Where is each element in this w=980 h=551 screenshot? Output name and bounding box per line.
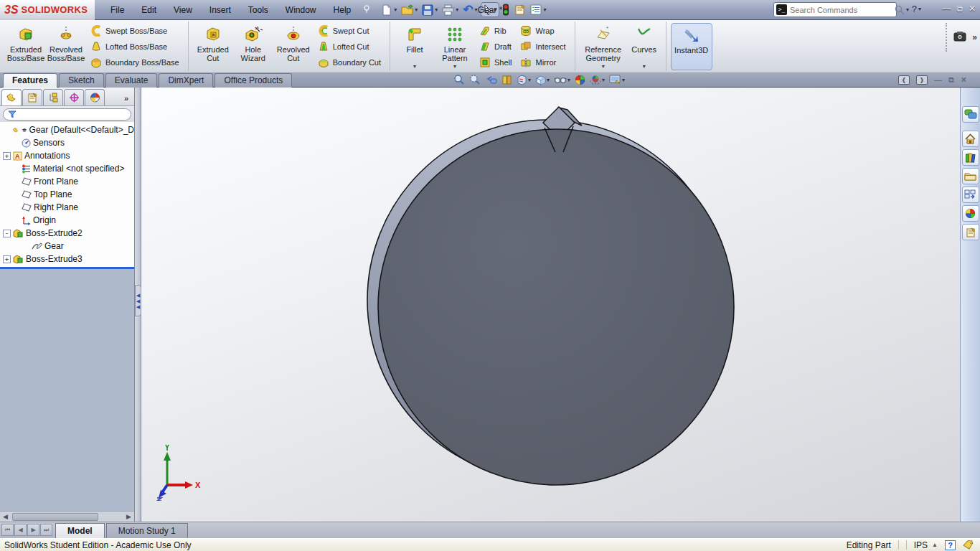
display-style-button[interactable]: ▾ (554, 75, 570, 85)
revolved-boss-base-button[interactable]: Revolved Boss/Base (46, 23, 86, 70)
motion-study-tab[interactable]: Motion Study 1 (106, 523, 188, 538)
tree-item-right-plane[interactable]: Right Plane (10, 201, 134, 214)
tab-evaluate[interactable]: Evaluate (105, 73, 158, 88)
shell-button[interactable]: Shell (476, 55, 514, 70)
curves-dropdown[interactable]: ▾ (643, 63, 646, 70)
close-button[interactable]: ✕ (969, 4, 976, 14)
undo-button[interactable]: ↶ ▾ (461, 3, 479, 17)
next-tab-button[interactable]: ▶ (27, 524, 39, 536)
intersect-button[interactable]: Intersect (517, 39, 568, 54)
view-settings-dropdown[interactable]: ▾ (622, 77, 625, 83)
quick-tips-button[interactable]: ? (945, 540, 956, 550)
scrollbar-thumb[interactable] (12, 513, 98, 521)
fillet-dropdown[interactable]: ▾ (413, 63, 416, 70)
fillet-button[interactable]: Fillet ▾ (395, 23, 435, 70)
open-document-button[interactable]: ▾ (400, 3, 419, 17)
model-tab[interactable]: Model (55, 523, 105, 538)
doc-minimize-button[interactable]: — (934, 75, 942, 85)
boss-extrude2-expander[interactable]: - (3, 230, 11, 237)
menu-edit[interactable]: Edit (133, 2, 165, 18)
tree-item-sketch-gear[interactable]: Gear (20, 240, 134, 253)
lofted-cut-button[interactable]: Lofted Cut (315, 39, 384, 54)
tree-item-annotations[interactable]: + A Annotations (1, 149, 134, 162)
search-button[interactable]: ▾ (895, 5, 909, 15)
tree-item-sensors[interactable]: Sensors (10, 136, 134, 149)
menu-insert[interactable]: Insert (201, 2, 240, 18)
tab-features[interactable]: Features (3, 73, 57, 88)
annotations-expander[interactable]: + (3, 152, 11, 160)
hole-wizard-button[interactable]: + Hole Wizard (233, 23, 273, 70)
panel-collapse-handle[interactable]: ◀◀◀ (135, 285, 141, 316)
boundary-cut-button[interactable]: Boundary Cut (315, 55, 384, 70)
new-document-button[interactable]: ▾ (380, 3, 398, 17)
display-style-dropdown[interactable]: ▾ (567, 77, 570, 83)
linear-pattern-button[interactable]: Linear Pattern ▾ (435, 23, 475, 70)
solidworks-resources-button[interactable] (962, 131, 979, 147)
prev-tab-button[interactable]: ◀ (14, 524, 27, 536)
tag-icon[interactable] (963, 540, 974, 550)
unit-system-selector[interactable]: IPS ▲ (914, 540, 938, 550)
search-input[interactable] (787, 6, 895, 14)
zoom-to-area-button[interactable] (469, 74, 481, 85)
last-tab-button[interactable]: ⏭ (40, 524, 52, 536)
edit-appearance-button[interactable] (575, 75, 585, 85)
screen-capture-button[interactable] (953, 31, 966, 44)
options-button[interactable]: ▾ (529, 3, 548, 17)
menu-tools[interactable]: Tools (240, 2, 277, 18)
tab-sketch[interactable]: Sketch (59, 73, 104, 88)
custom-properties-button[interactable] (962, 224, 979, 240)
menu-view[interactable]: View (165, 2, 201, 18)
boss-extrude3-expander[interactable]: + (3, 255, 11, 263)
tab-dimxpert[interactable]: DimXpert (159, 73, 213, 88)
panel-splitter[interactable]: ◀◀◀ (135, 88, 141, 522)
curves-button[interactable]: Curves ▾ (627, 23, 661, 70)
gear-model[interactable] (141, 88, 960, 522)
lofted-boss-base-button[interactable]: Lofted Boss/Base (88, 39, 182, 54)
apply-scene-dropdown[interactable]: ▾ (602, 77, 605, 83)
mirror-button[interactable]: Mirror (517, 55, 568, 70)
displaymanager-tab[interactable] (85, 89, 105, 105)
dimxpertmanager-tab[interactable] (64, 89, 84, 105)
tree-item-material[interactable]: Material <not specified> (10, 162, 134, 175)
minimize-button[interactable]: — (942, 4, 951, 14)
rib-button[interactable]: Rib (476, 23, 514, 38)
revolved-cut-button[interactable]: Revolved Cut (273, 23, 314, 70)
annotation-views-button[interactable]: ▾ (517, 75, 531, 85)
previous-view-button[interactable] (485, 75, 497, 85)
doc-restore-button[interactable]: ⧉ (948, 75, 954, 85)
design-library-button[interactable] (962, 149, 979, 166)
doc-close-button[interactable]: ✕ (961, 75, 967, 85)
swept-boss-base-button[interactable]: Swept Boss/Base (88, 23, 182, 38)
boundary-boss-base-button[interactable]: Boundary Boss/Base (88, 55, 182, 70)
menu-window[interactable]: Window (277, 2, 325, 18)
search-commands-box[interactable]: >_ ▾ (773, 2, 897, 17)
configurationmanager-tab[interactable] (43, 89, 63, 105)
scroll-right-arrow[interactable]: ▶ (123, 512, 134, 522)
appearances-scenes-button[interactable] (962, 205, 979, 222)
file-explorer-button[interactable] (962, 168, 979, 184)
extruded-boss-base-button[interactable]: Extruded Boss/Base (6, 23, 46, 70)
apply-scene-button[interactable]: ▾ (590, 75, 605, 85)
annotation-views-dropdown[interactable]: ▾ (528, 77, 531, 83)
collapse-right-icon[interactable]: ❱ (916, 75, 928, 85)
panel-horizontal-scrollbar[interactable]: ◀ ▶ (0, 511, 134, 522)
tab-office-products[interactable]: Office Products (215, 73, 292, 88)
featuremanager-tab[interactable] (1, 89, 22, 105)
view-orientation-button[interactable]: ▾ (535, 75, 550, 85)
section-view-button[interactable] (501, 75, 512, 85)
extruded-cut-button[interactable]: Extruded Cut (193, 23, 233, 70)
menu-help[interactable]: Help (325, 2, 360, 18)
ribbon-overflow-chevron[interactable]: » (972, 32, 977, 42)
tree-root-gear[interactable]: Gear (Default<<Default>_D (1, 123, 134, 136)
linear-pattern-dropdown[interactable]: ▾ (453, 63, 456, 70)
view-settings-button[interactable]: ▾ (609, 75, 625, 85)
tree-item-boss-extrude3[interactable]: + Boss-Extrude3 (1, 253, 134, 265)
forum-button[interactable] (962, 106, 979, 123)
tree-item-front-plane[interactable]: Front Plane (10, 175, 134, 188)
pin-menu-icon[interactable] (362, 4, 371, 15)
panel-tabs-overflow[interactable]: » (120, 94, 133, 105)
restore-button[interactable]: ⧉ (956, 4, 963, 14)
print-button[interactable]: ▾ (440, 3, 460, 17)
propertymanager-tab[interactable] (22, 89, 42, 105)
tree-item-top-plane[interactable]: Top Plane (10, 188, 134, 201)
